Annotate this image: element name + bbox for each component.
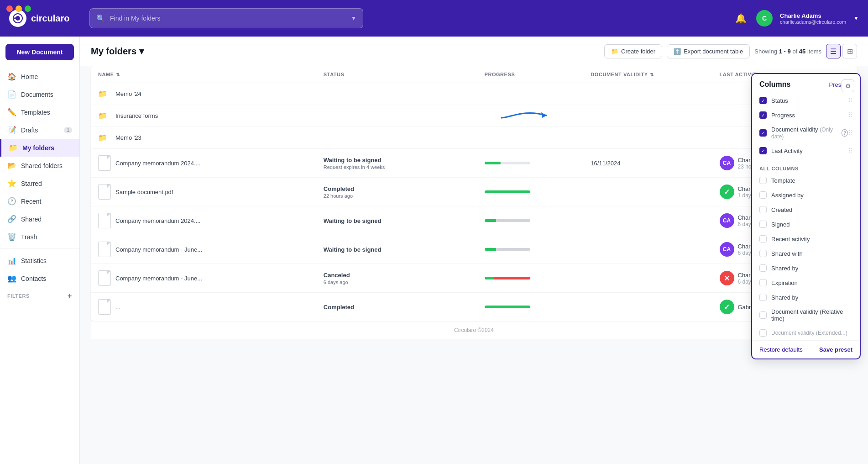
save-preset-button[interactable]: Save preset	[819, 346, 852, 353]
table-cell-validity	[583, 206, 712, 235]
traffic-light-green[interactable]	[25, 5, 31, 12]
panel-title: Columns	[759, 80, 790, 89]
table-row[interactable]: 📁 Memo '24	[91, 83, 857, 105]
sidebar-item-drafts[interactable]: 📝 Drafts 1	[0, 121, 79, 139]
checkbox-shared-with[interactable]	[759, 250, 767, 257]
column-label-doc-validity-ext: Document validity (Extended...)	[771, 330, 847, 336]
sidebar-item-label: Trash	[21, 233, 37, 241]
column-item-template[interactable]: Template	[752, 173, 860, 188]
avatar: ✕	[720, 271, 734, 285]
table-row[interactable]: Company memorandum 2024.... Waiting to b…	[91, 149, 857, 178]
checkbox-last-activity[interactable]: ✓	[759, 147, 767, 154]
column-item-progress[interactable]: ✓ Progress ⠿	[752, 108, 860, 122]
col-status-header[interactable]: STATUS	[316, 66, 477, 83]
folder-title[interactable]: My folders ▾	[91, 46, 144, 57]
main-layout: New Document 🏠 Home 📄 Documents ✏️ Templ…	[0, 37, 868, 464]
column-item-shared-by2[interactable]: Shared by	[752, 290, 860, 305]
sidebar-item-templates[interactable]: ✏️ Templates	[0, 103, 79, 121]
table-row[interactable]: ... Completed	[91, 293, 857, 322]
checkbox-assigned-by[interactable]	[759, 191, 767, 199]
traffic-light-red[interactable]	[6, 5, 13, 12]
drag-handle[interactable]: ⠿	[848, 111, 852, 119]
create-folder-button[interactable]: 📁 Create folder	[604, 44, 662, 58]
checkbox-signed[interactable]	[759, 221, 767, 228]
sidebar-item-shared-folders[interactable]: 📂 Shared folders	[0, 157, 79, 174]
checkbox-recent-activity[interactable]	[759, 235, 767, 243]
status-badge: Completed	[324, 185, 470, 192]
column-item-assigned-by[interactable]: Assigned by	[752, 188, 860, 202]
column-item-validity[interactable]: ✓ Document validity (Only date) ? ⠿	[752, 122, 860, 143]
table-cell-status	[316, 127, 477, 149]
table-row[interactable]: Sample document.pdf Completed 22 hours a…	[91, 178, 857, 206]
table-cell-progress	[477, 293, 584, 322]
sidebar-item-label: Documents	[21, 91, 53, 98]
column-item-expiration[interactable]: Expiration	[752, 275, 860, 290]
table-row[interactable]: 📁 Memo '23	[91, 127, 857, 149]
sidebar-item-recent[interactable]: 🕐 Recent	[0, 192, 79, 210]
trash-icon: 🗑️	[7, 232, 16, 241]
column-item-shared-by[interactable]: Shared by	[752, 261, 860, 275]
drag-handle[interactable]: ⠿	[848, 97, 852, 104]
checkbox-template[interactable]	[759, 177, 767, 184]
sort-icon: ⇅	[116, 72, 120, 77]
notification-bell-button[interactable]: 🔔	[732, 10, 749, 26]
column-label-shared-by: Shared by	[771, 265, 798, 272]
checkbox-created[interactable]	[759, 206, 767, 213]
checkbox-doc-validity-rel[interactable]	[759, 311, 767, 319]
table-cell-name: Company memorandum - June...	[91, 235, 316, 264]
drag-handle[interactable]: ⠿	[848, 147, 852, 154]
sidebar-item-statistics[interactable]: 📊 Statistics	[0, 252, 79, 269]
checkbox-shared-by2[interactable]	[759, 294, 767, 301]
table-cell-progress	[477, 105, 584, 127]
table-row[interactable]: Company memorandum 2024.... Waiting to b…	[91, 206, 857, 235]
folder-icon: 📁	[98, 133, 107, 142]
column-item-shared-with[interactable]: Shared with	[752, 246, 860, 261]
checkbox-doc-validity-ext[interactable]	[759, 329, 767, 337]
sidebar-item-label: Statistics	[21, 257, 47, 264]
documents-table: NAME ⇅ STATUS PROGRESS DOCUMENT	[91, 66, 857, 321]
user-menu-chevron[interactable]: ▼	[853, 15, 859, 21]
export-button[interactable]: ⬆️ Export document table	[667, 44, 750, 58]
list-view-button[interactable]: ☰	[826, 44, 841, 58]
new-document-button[interactable]: New Document	[5, 44, 74, 60]
column-item-signed[interactable]: Signed	[752, 217, 860, 232]
column-label-recent-activity: Recent activity	[771, 236, 810, 243]
grid-view-button[interactable]: ⊞	[842, 44, 857, 58]
traffic-light-yellow[interactable]	[16, 5, 22, 12]
svg-point-2	[14, 17, 16, 19]
search-input[interactable]	[110, 15, 346, 22]
restore-defaults-button[interactable]: Restore defaults	[759, 346, 803, 353]
column-item-last-activity[interactable]: ✓ Last Activity ⠿	[752, 143, 860, 158]
search-icon: 🔍	[96, 14, 105, 23]
column-item-doc-validity-ext[interactable]: Document validity (Extended...)	[752, 326, 860, 340]
table-row[interactable]: 📁 Insurance forms	[91, 105, 857, 127]
checkbox-validity[interactable]: ✓	[759, 129, 767, 137]
table-row[interactable]: Company memorandum - June... Waiting to …	[91, 235, 857, 264]
filters-add-button[interactable]: +	[68, 292, 72, 300]
sidebar-item-contacts[interactable]: 👥 Contacts	[0, 269, 79, 287]
export-icon: ⬆️	[674, 48, 681, 55]
sidebar-item-documents[interactable]: 📄 Documents	[0, 85, 79, 103]
checkbox-status[interactable]: ✓	[759, 97, 767, 104]
col-name-header[interactable]: NAME ⇅	[91, 66, 316, 83]
column-item-created[interactable]: Created	[752, 202, 860, 217]
sidebar-item-trash[interactable]: 🗑️ Trash	[0, 228, 79, 246]
sidebar-item-shared[interactable]: 🔗 Shared	[0, 210, 79, 228]
column-item-recent-activity[interactable]: Recent activity	[752, 232, 860, 246]
checkbox-progress[interactable]: ✓	[759, 111, 767, 119]
checkbox-expiration[interactable]	[759, 279, 767, 286]
sidebar-item-my-folders[interactable]: 📁 My folders	[0, 139, 79, 157]
column-item-doc-validity-rel[interactable]: Document validity (Relative time)	[752, 305, 860, 326]
table-cell-progress	[477, 264, 584, 293]
gear-button[interactable]: ⚙	[842, 79, 854, 92]
topbar: circularo 🔍 ▼ 🔔 C Charlie Adams charlie.…	[0, 0, 868, 37]
column-item-status[interactable]: ✓ Status ⠿	[752, 93, 860, 108]
sidebar-item-starred[interactable]: ⭐ Starred	[0, 174, 79, 192]
drag-handle[interactable]: ⠿	[848, 129, 852, 137]
search-bar[interactable]: 🔍 ▼	[89, 8, 363, 28]
sidebar-item-home[interactable]: 🏠 Home	[0, 68, 79, 85]
table-cell-progress	[477, 149, 584, 178]
checkbox-shared-by[interactable]	[759, 264, 767, 272]
table-row[interactable]: Company memorandum - June... Canceled 6 …	[91, 264, 857, 293]
doc-icon	[98, 155, 111, 171]
